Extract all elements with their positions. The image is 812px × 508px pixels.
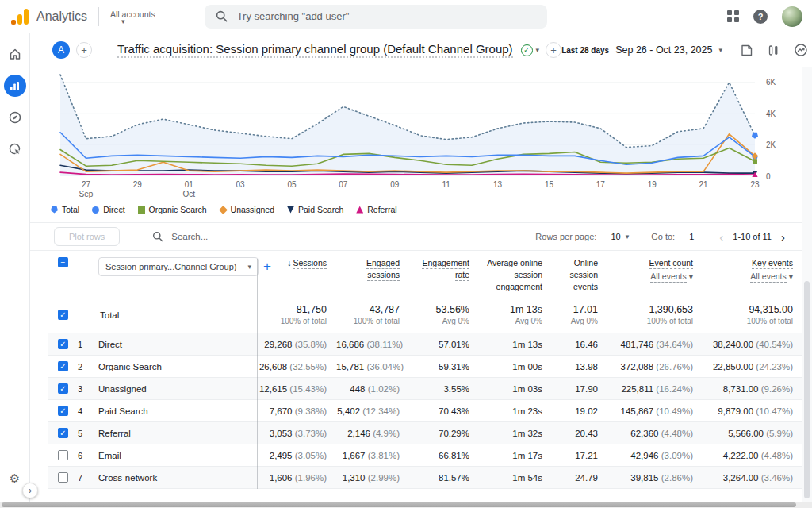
channel-name: Paid Search bbox=[98, 406, 257, 416]
comparison-icon[interactable] bbox=[767, 44, 780, 57]
user-avatar[interactable] bbox=[782, 6, 802, 27]
add-report-button[interactable]: + bbox=[546, 42, 561, 58]
metric-cell: 70.43% bbox=[409, 406, 479, 416]
row-checkbox[interactable]: ✓ bbox=[58, 406, 68, 416]
metric-cell: 5,402 (12.34%) bbox=[336, 406, 409, 416]
total-metric-cell: 94,315.00100% of total bbox=[703, 304, 802, 325]
metric-cell: 19.02 bbox=[552, 406, 607, 416]
prev-page-icon[interactable]: ‹ bbox=[716, 230, 726, 244]
table-header-row: − Session primary...Channel Group) ▾ + ↓… bbox=[48, 251, 812, 297]
horizontal-scrollbar-thumb[interactable] bbox=[2, 502, 796, 507]
metric-cell: 70.29% bbox=[409, 429, 479, 438]
plot-rows-button[interactable]: Plot rows bbox=[54, 227, 120, 246]
sessions-chart: 02K4K6K27Sep2901Oct030507091113151719212… bbox=[30, 67, 812, 202]
metric-cell: 1,667 (3.81%) bbox=[336, 451, 409, 460]
sidebar-item-reports[interactable] bbox=[4, 75, 26, 97]
check-circle-icon: ✓ bbox=[521, 44, 533, 56]
row-checkbox[interactable] bbox=[58, 450, 68, 460]
legend-label: Referral bbox=[367, 205, 396, 214]
dimension-selector[interactable]: Session primary...Channel Group) ▾ bbox=[98, 257, 259, 276]
horizontal-scrollbar[interactable] bbox=[0, 502, 812, 508]
table-row-paid-search: ✓4Paid Search7,670 (9.38%)5,402 (12.34%)… bbox=[48, 400, 812, 422]
help-icon[interactable]: ? bbox=[753, 10, 768, 24]
explore-icon bbox=[8, 110, 22, 125]
row-checkbox[interactable]: ✓ bbox=[58, 339, 68, 349]
row-checkbox[interactable]: ✓ bbox=[58, 361, 68, 371]
legend-label: Paid Search bbox=[298, 205, 343, 214]
column-header-engaged-sessions[interactable]: Engaged sessions bbox=[336, 257, 409, 281]
analytics-logo-icon[interactable] bbox=[11, 9, 29, 25]
sidebar-item-advertising[interactable] bbox=[4, 138, 26, 160]
column-header-key-events[interactable]: Key eventsAll events ▾ bbox=[703, 257, 802, 283]
legend-item-paid-search[interactable]: Paid Search bbox=[287, 205, 343, 214]
svg-text:19: 19 bbox=[648, 180, 657, 189]
date-range-value[interactable]: Sep 26 - Oct 23, 2025 bbox=[615, 44, 712, 56]
row-rank: 1 bbox=[78, 340, 98, 349]
svg-text:0: 0 bbox=[766, 172, 771, 181]
row-checkbox[interactable] bbox=[58, 472, 68, 483]
rows-per-page-value[interactable]: 10 bbox=[611, 232, 620, 241]
report-avatar[interactable]: A bbox=[52, 41, 70, 59]
vertical-scrollbar[interactable] bbox=[802, 67, 812, 502]
table-search-placeholder: Search... bbox=[171, 232, 208, 241]
home-icon bbox=[8, 47, 22, 61]
svg-text:05: 05 bbox=[287, 180, 297, 189]
account-selector[interactable]: All accounts ▾ bbox=[110, 10, 155, 24]
metric-cell: 9,879.00 (10.47%) bbox=[703, 406, 802, 416]
legend-item-referral[interactable]: Referral bbox=[356, 205, 396, 214]
total-row-label: Total bbox=[98, 310, 257, 320]
vertical-scrollbar-thumb[interactable] bbox=[804, 281, 810, 498]
triangle-down-marker-icon bbox=[287, 206, 294, 214]
admin-settings-icon[interactable]: ⚙ bbox=[10, 471, 20, 486]
column-header-event-count[interactable]: Event countAll events ▾ bbox=[607, 257, 703, 283]
column-header-engagement-rate[interactable]: Engagement rate bbox=[409, 257, 479, 281]
metric-cell: 24.79 bbox=[552, 473, 607, 483]
metric-cell: 2,146 (4.9%) bbox=[336, 429, 409, 438]
dimension-selector-label: Session primary...Channel Group) bbox=[105, 262, 236, 271]
report-status-button[interactable]: ✓ ▾ bbox=[521, 44, 540, 56]
global-search-input[interactable]: Try searching "add user" bbox=[205, 5, 547, 29]
total-row-checkbox[interactable]: ✓ bbox=[58, 310, 68, 320]
account-selector-label: All accounts bbox=[110, 10, 155, 19]
metric-cell: 1,310 (2.99%) bbox=[336, 473, 409, 483]
table-search-input[interactable]: Search... bbox=[152, 231, 535, 242]
select-all-checkbox[interactable]: − bbox=[58, 257, 68, 267]
legend-item-organic-search[interactable]: Organic Search bbox=[138, 205, 207, 214]
legend-label: Unassigned bbox=[231, 205, 274, 214]
line-chart[interactable]: 02K4K6K27Sep2901Oct030507091113151719212… bbox=[48, 70, 802, 202]
svg-text:21: 21 bbox=[699, 180, 709, 189]
sidebar-expand-button[interactable]: › bbox=[22, 483, 38, 498]
table-row-direct: ✓1Direct29,268 (35.8%)16,686 (38.11%)57.… bbox=[48, 333, 812, 356]
column-header-sessions[interactable]: ↓Sessions bbox=[257, 257, 336, 269]
legend-label: Organic Search bbox=[149, 205, 207, 214]
sidebar-item-explore[interactable] bbox=[4, 106, 26, 129]
date-range-label: Last 28 days bbox=[561, 46, 609, 55]
table-row-unassigned: ✓3Unassigned12,615 (15.43%)448 (1.02%)3.… bbox=[48, 378, 812, 400]
sidebar-item-home[interactable] bbox=[4, 43, 26, 65]
channel-name: Referral bbox=[98, 429, 257, 438]
legend-item-unassigned[interactable]: Unassigned bbox=[220, 205, 274, 214]
page-title[interactable]: Traffic acquisition: Session primary cha… bbox=[117, 42, 513, 58]
metric-cell: 66.81% bbox=[409, 451, 479, 460]
row-checkbox[interactable]: ✓ bbox=[58, 428, 68, 438]
chevron-down-icon[interactable]: ▾ bbox=[626, 233, 630, 241]
go-to-value[interactable]: 1 bbox=[689, 232, 694, 241]
next-page-icon[interactable]: › bbox=[778, 230, 788, 244]
notes-icon[interactable] bbox=[740, 44, 753, 57]
chevron-down-icon[interactable]: ▾ bbox=[718, 46, 722, 54]
square-marker-icon bbox=[138, 206, 145, 214]
events-filter-dropdown[interactable]: All events ▾ bbox=[607, 271, 693, 283]
legend-item-direct[interactable]: Direct bbox=[92, 205, 124, 214]
legend-label: Direct bbox=[103, 205, 124, 214]
insights-icon[interactable] bbox=[794, 43, 808, 57]
events-filter-dropdown[interactable]: All events ▾ bbox=[703, 271, 793, 283]
row-rank: 2 bbox=[78, 362, 98, 371]
legend-item-total[interactable]: Total bbox=[51, 205, 79, 214]
channel-name: Unassigned bbox=[98, 384, 257, 394]
apps-grid-icon[interactable] bbox=[727, 10, 739, 22]
add-comparison-button[interactable]: + bbox=[76, 42, 92, 58]
metric-cell: 59.31% bbox=[409, 362, 479, 371]
row-checkbox[interactable]: ✓ bbox=[58, 383, 68, 394]
metric-cell: 42,946 (3.09%) bbox=[607, 451, 703, 460]
metric-cell: 3.55% bbox=[409, 384, 479, 394]
